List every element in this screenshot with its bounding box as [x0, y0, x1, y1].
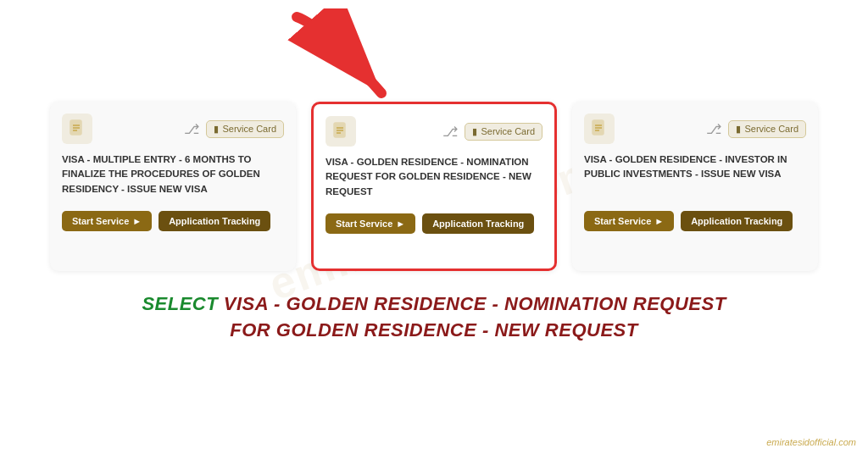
- card-2-service-card-btn[interactable]: ▮ Service Card: [465, 123, 542, 141]
- card-2-start-label: Start Service: [336, 219, 392, 229]
- card-3-start-arrow: ►: [654, 216, 664, 226]
- card-2-tracking-label: Application Tracking: [432, 219, 524, 229]
- card-3: ⎇ ▮ Service Card VISA - GOLDEN RESIDENCE…: [572, 102, 818, 271]
- card-2-tracking-btn[interactable]: Application Tracking: [422, 213, 534, 234]
- watermark-text: emiratesidofficial.com: [766, 437, 856, 447]
- card-2-top-right: ⎇ ▮ Service Card: [442, 123, 542, 141]
- card-2-sc-icon: ▮: [472, 126, 477, 137]
- card-1-top-right: ⎇ ▮ Service Card: [184, 120, 284, 138]
- card-1-share-icon[interactable]: ⎇: [184, 121, 199, 137]
- card-1-sc-label: Service Card: [222, 124, 276, 134]
- card-3-title: VISA - GOLDEN RESIDENCE - INVESTOR IN PU…: [584, 152, 806, 199]
- select-word: SELECT: [142, 293, 218, 314]
- card-1-start-arrow: ►: [132, 216, 142, 226]
- card-2-title: VISA - GOLDEN RESIDENCE - NOMINATION REQ…: [326, 155, 542, 202]
- bottom-line-2: FOR GOLDEN RESIDENCE - NEW REQUEST: [142, 318, 726, 344]
- cards-row: ⎇ ▮ Service Card VISA - MULTIPLE ENTRY -…: [33, 102, 835, 271]
- bottom-instruction: SELECT VISA - GOLDEN RESIDENCE - NOMINAT…: [142, 291, 726, 344]
- card-1-tracking-label: Application Tracking: [169, 216, 260, 226]
- card-1-sc-icon: ▮: [214, 124, 219, 135]
- card-3-service-card-btn[interactable]: ▮ Service Card: [728, 120, 806, 138]
- card-2-top-row: ⎇ ▮ Service Card: [326, 116, 542, 147]
- card-3-start-btn[interactable]: Start Service ►: [584, 211, 674, 231]
- card-2-doc-icon: [326, 116, 356, 147]
- card-3-top-right: ⎇ ▮ Service Card: [706, 120, 806, 138]
- page-wrapper: emiratesid.com: [0, 0, 868, 454]
- card-3-buttons: Start Service ► Application Tracking: [584, 211, 806, 231]
- card-2-sc-label: Service Card: [481, 126, 535, 136]
- card-3-share-icon[interactable]: ⎇: [706, 121, 721, 137]
- card-1-tracking-btn[interactable]: Application Tracking: [159, 211, 270, 231]
- card-3-tracking-label: Application Tracking: [691, 216, 782, 226]
- card-1-start-label: Start Service: [72, 216, 129, 226]
- card-1-title: VISA - MULTIPLE ENTRY - 6 MONTHS TO FINA…: [62, 152, 284, 199]
- card-1-buttons: Start Service ► Application Tracking: [62, 211, 284, 231]
- bottom-line-1: SELECT VISA - GOLDEN RESIDENCE - NOMINAT…: [142, 291, 726, 318]
- card-2-start-btn[interactable]: Start Service ►: [326, 213, 415, 234]
- card-3-tracking-btn[interactable]: Application Tracking: [681, 211, 793, 231]
- card-2-start-arrow: ►: [396, 219, 405, 229]
- card-1: ⎇ ▮ Service Card VISA - MULTIPLE ENTRY -…: [50, 102, 296, 271]
- card-2: ⎇ ▮ Service Card VISA - GOLDEN RESIDENCE…: [311, 102, 557, 271]
- card-3-start-label: Start Service: [594, 216, 651, 226]
- card-3-sc-label: Service Card: [744, 124, 798, 134]
- card-3-top-row: ⎇ ▮ Service Card: [584, 114, 806, 144]
- card-1-doc-icon: [62, 114, 92, 144]
- card-1-start-btn[interactable]: Start Service ►: [62, 211, 152, 231]
- card-3-doc-icon: [584, 114, 615, 144]
- line1-rest: VISA - GOLDEN RESIDENCE - NOMINATION REQ…: [224, 293, 726, 314]
- card-1-service-card-btn[interactable]: ▮ Service Card: [206, 120, 284, 138]
- card-3-sc-icon: ▮: [736, 124, 741, 135]
- card-2-buttons: Start Service ► Application Tracking: [326, 213, 542, 234]
- card-1-top-row: ⎇ ▮ Service Card: [62, 114, 284, 144]
- card-2-share-icon[interactable]: ⎇: [442, 124, 458, 140]
